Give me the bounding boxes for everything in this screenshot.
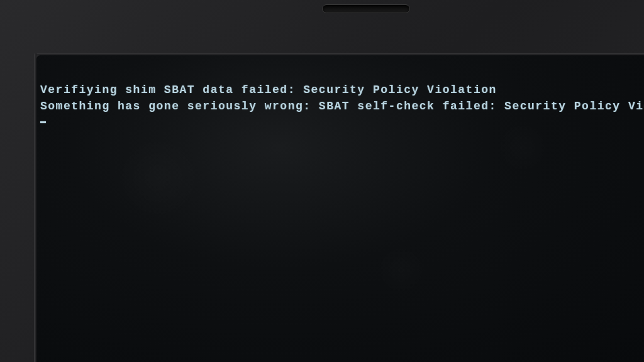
webcam-area: [309, 0, 423, 18]
boot-error-line-1: Verifiying shim SBAT data failed: Securi…: [40, 84, 497, 96]
laptop-bezel: Verifiying shim SBAT data failed: Securi…: [0, 0, 644, 362]
boot-error-line-2: Something has gone seriously wrong: SBAT…: [40, 100, 644, 112]
webcam-slot-icon: [322, 4, 410, 13]
text-cursor-icon: [40, 121, 46, 123]
boot-error-text: Verifiying shim SBAT data failed: Securi…: [36, 55, 644, 114]
boot-screen: Verifiying shim SBAT data failed: Securi…: [36, 55, 644, 362]
